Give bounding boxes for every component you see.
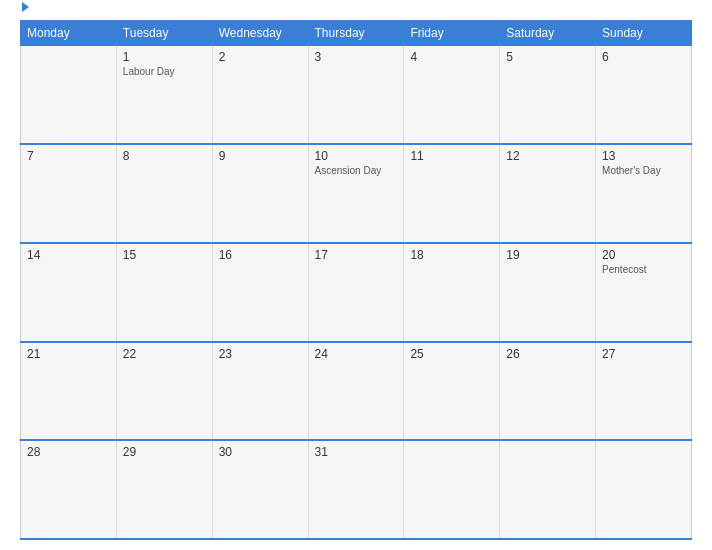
week-row-1: 1Labour Day23456 <box>21 46 692 145</box>
calendar-cell: 4 <box>404 46 500 145</box>
day-number: 12 <box>506 149 589 163</box>
calendar-cell: 12 <box>500 144 596 243</box>
calendar-cell: 10Ascension Day <box>308 144 404 243</box>
day-number: 13 <box>602 149 685 163</box>
day-number: 29 <box>123 445 206 459</box>
weekday-header-saturday: Saturday <box>500 21 596 46</box>
day-number: 16 <box>219 248 302 262</box>
day-number: 20 <box>602 248 685 262</box>
calendar-cell: 9 <box>212 144 308 243</box>
day-number: 18 <box>410 248 493 262</box>
calendar-cell: 16 <box>212 243 308 342</box>
holiday-label: Ascension Day <box>315 165 398 176</box>
calendar-cell: 30 <box>212 440 308 539</box>
day-number: 7 <box>27 149 110 163</box>
day-number: 19 <box>506 248 589 262</box>
calendar-cell: 17 <box>308 243 404 342</box>
week-row-3: 14151617181920Pentecost <box>21 243 692 342</box>
logo-triangle-icon <box>22 2 29 12</box>
day-number: 27 <box>602 347 685 361</box>
day-number: 21 <box>27 347 110 361</box>
calendar-cell: 1Labour Day <box>116 46 212 145</box>
calendar-cell <box>596 440 692 539</box>
calendar-cell: 26 <box>500 342 596 441</box>
day-number: 31 <box>315 445 398 459</box>
calendar-cell <box>404 440 500 539</box>
calendar-cell: 11 <box>404 144 500 243</box>
calendar-cell: 2 <box>212 46 308 145</box>
holiday-label: Mother's Day <box>602 165 685 176</box>
weekday-header-monday: Monday <box>21 21 117 46</box>
day-number: 23 <box>219 347 302 361</box>
weekday-header-sunday: Sunday <box>596 21 692 46</box>
calendar-cell: 6 <box>596 46 692 145</box>
day-number: 10 <box>315 149 398 163</box>
calendar-cell: 29 <box>116 440 212 539</box>
calendar-cell: 19 <box>500 243 596 342</box>
calendar-cell: 27 <box>596 342 692 441</box>
week-row-5: 28293031 <box>21 440 692 539</box>
day-number: 15 <box>123 248 206 262</box>
weekday-header-friday: Friday <box>404 21 500 46</box>
day-number: 25 <box>410 347 493 361</box>
day-number: 1 <box>123 50 206 64</box>
calendar-table: MondayTuesdayWednesdayThursdayFridaySatu… <box>20 20 692 540</box>
day-number: 24 <box>315 347 398 361</box>
calendar-cell: 25 <box>404 342 500 441</box>
calendar-header <box>20 10 692 12</box>
calendar-cell <box>500 440 596 539</box>
calendar-cell: 28 <box>21 440 117 539</box>
calendar-cell: 7 <box>21 144 117 243</box>
calendar-cell <box>21 46 117 145</box>
day-number: 17 <box>315 248 398 262</box>
weekday-header-thursday: Thursday <box>308 21 404 46</box>
calendar-cell: 23 <box>212 342 308 441</box>
calendar-cell: 20Pentecost <box>596 243 692 342</box>
day-number: 22 <box>123 347 206 361</box>
weekday-header-tuesday: Tuesday <box>116 21 212 46</box>
calendar-cell: 8 <box>116 144 212 243</box>
calendar-cell: 31 <box>308 440 404 539</box>
calendar-cell: 18 <box>404 243 500 342</box>
day-number: 8 <box>123 149 206 163</box>
day-number: 11 <box>410 149 493 163</box>
day-number: 4 <box>410 50 493 64</box>
calendar-cell: 15 <box>116 243 212 342</box>
day-number: 30 <box>219 445 302 459</box>
weekday-header-wednesday: Wednesday <box>212 21 308 46</box>
logo <box>20 10 29 12</box>
week-row-2: 78910Ascension Day111213Mother's Day <box>21 144 692 243</box>
calendar-cell: 13Mother's Day <box>596 144 692 243</box>
day-number: 28 <box>27 445 110 459</box>
day-number: 3 <box>315 50 398 64</box>
day-number: 6 <box>602 50 685 64</box>
calendar-cell: 24 <box>308 342 404 441</box>
calendar-cell: 22 <box>116 342 212 441</box>
holiday-label: Pentecost <box>602 264 685 275</box>
calendar-cell: 5 <box>500 46 596 145</box>
day-number: 9 <box>219 149 302 163</box>
week-row-4: 21222324252627 <box>21 342 692 441</box>
day-number: 5 <box>506 50 589 64</box>
calendar-cell: 21 <box>21 342 117 441</box>
day-number: 14 <box>27 248 110 262</box>
day-number: 2 <box>219 50 302 64</box>
holiday-label: Labour Day <box>123 66 206 77</box>
calendar-cell: 3 <box>308 46 404 145</box>
calendar-cell: 14 <box>21 243 117 342</box>
day-number: 26 <box>506 347 589 361</box>
weekday-header-row: MondayTuesdayWednesdayThursdayFridaySatu… <box>21 21 692 46</box>
